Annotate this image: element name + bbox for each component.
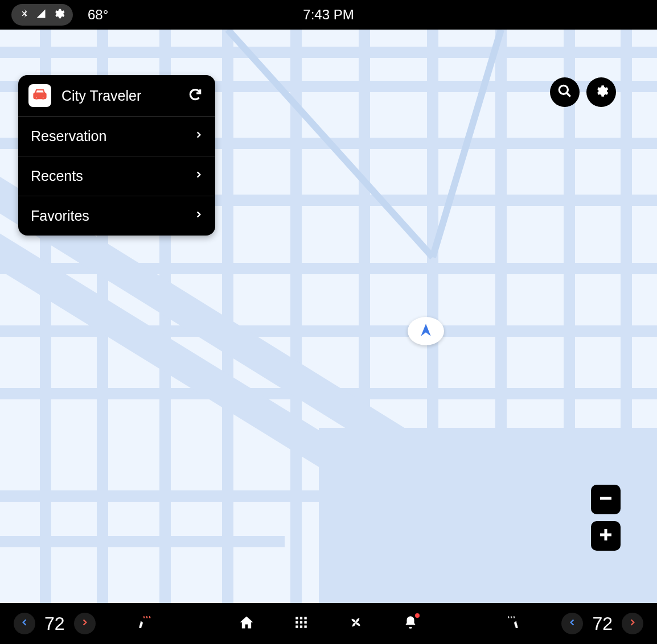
svg-line-30 — [566, 93, 570, 97]
chevron-left-icon — [20, 617, 28, 630]
plus-icon — [597, 526, 614, 546]
current-location-marker[interactable] — [408, 317, 444, 345]
settings-icon — [594, 84, 609, 101]
svg-rect-39 — [304, 621, 306, 624]
svg-rect-40 — [295, 625, 298, 628]
climate-right-up[interactable] — [622, 613, 643, 634]
apps-icon — [294, 615, 309, 632]
svg-point-29 — [559, 85, 568, 94]
zoom-in-button[interactable] — [591, 521, 621, 551]
status-icons-pill[interactable] — [11, 4, 73, 26]
svg-rect-42 — [304, 625, 306, 628]
map[interactable]: City Traveler Reservation Recents Favori… — [0, 30, 657, 603]
climate-left-down[interactable] — [14, 613, 35, 634]
svg-rect-38 — [300, 621, 302, 624]
svg-rect-36 — [304, 617, 306, 619]
clock: 7:43 PM — [303, 7, 354, 23]
chevron-right-icon — [629, 617, 637, 630]
panel-item-label: Reservation — [31, 128, 106, 145]
hvac-button[interactable] — [344, 612, 367, 635]
home-button[interactable] — [235, 612, 258, 635]
chevron-right-icon — [195, 168, 203, 184]
apps-button[interactable] — [290, 612, 313, 635]
home-icon — [239, 614, 254, 633]
svg-point-27 — [42, 97, 44, 99]
chevron-right-icon — [195, 208, 203, 224]
panel-item-label: Favorites — [31, 208, 89, 224]
bottom-bar: 72 — [0, 603, 657, 644]
seat-heat-icon — [505, 614, 522, 633]
navigation-arrow-icon — [418, 323, 433, 340]
bluetooth-icon — [19, 7, 30, 22]
seat-heat-left-button[interactable] — [132, 612, 155, 635]
svg-rect-35 — [300, 617, 302, 619]
search-icon — [557, 84, 572, 101]
climate-left: 72 — [14, 613, 96, 634]
panel-item-reservation[interactable]: Reservation — [18, 117, 215, 156]
chevron-right-icon — [81, 617, 89, 630]
signal-icon — [35, 9, 47, 21]
fan-icon — [347, 614, 364, 633]
panel-item-favorites[interactable]: Favorites — [18, 196, 215, 236]
panel-item-recents[interactable]: Recents — [18, 156, 215, 196]
chevron-right-icon — [195, 128, 203, 145]
outside-temperature: 68° — [88, 7, 108, 23]
status-bar: 68° 7:43 PM — [0, 0, 657, 30]
svg-rect-37 — [295, 621, 298, 624]
svg-rect-41 — [300, 625, 302, 628]
app-icon — [28, 84, 51, 107]
climate-right-down[interactable] — [561, 613, 583, 634]
climate-left-up[interactable] — [74, 613, 96, 634]
climate-right: 72 — [561, 613, 643, 634]
climate-right-temp: 72 — [592, 613, 613, 634]
minus-icon — [597, 490, 614, 509]
refresh-button[interactable] — [186, 85, 205, 106]
search-button[interactable] — [550, 77, 580, 107]
nav-side-panel: City Traveler Reservation Recents Favori… — [18, 75, 215, 236]
settings-button[interactable] — [586, 77, 616, 107]
app-title: City Traveler — [61, 88, 186, 104]
notification-badge — [415, 613, 420, 618]
zoom-out-button[interactable] — [591, 485, 621, 514]
gear-icon — [52, 7, 65, 22]
climate-left-temp: 72 — [44, 613, 65, 634]
nav-icons — [235, 612, 422, 635]
refresh-icon — [188, 94, 203, 104]
svg-rect-28 — [36, 94, 44, 96]
seat-heat-right-button[interactable] — [502, 612, 525, 635]
notifications-button[interactable] — [399, 612, 422, 635]
zoom-controls — [591, 485, 621, 551]
map-top-controls — [550, 77, 616, 107]
svg-rect-34 — [295, 617, 298, 619]
panel-item-label: Recents — [31, 168, 83, 184]
panel-header: City Traveler — [18, 75, 215, 117]
car-icon — [32, 86, 48, 105]
svg-point-26 — [35, 97, 37, 99]
chevron-left-icon — [568, 617, 576, 630]
seat-heat-icon — [135, 614, 152, 633]
